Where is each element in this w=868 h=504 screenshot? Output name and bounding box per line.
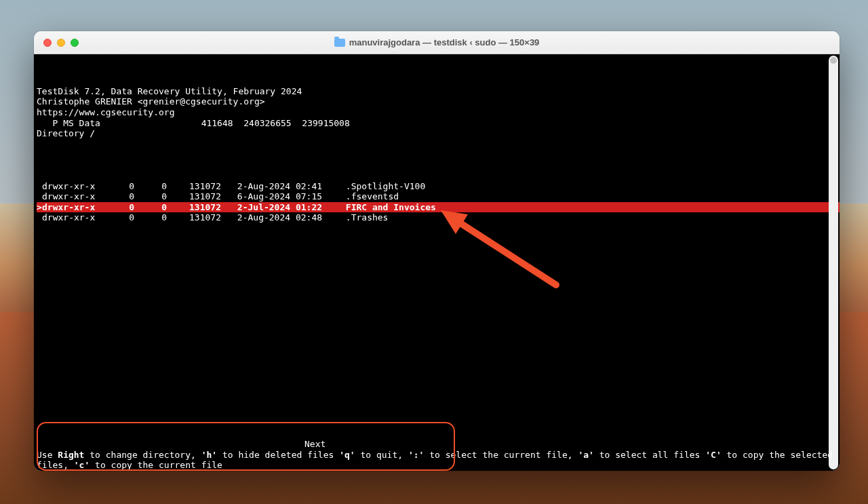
col-perms: drwxr-xr-x [42, 181, 102, 192]
col-gid: 0 [134, 212, 167, 223]
col-perms: drwxr-xr-x [42, 202, 102, 213]
col-name: FIRC and Invoices [340, 202, 436, 213]
file-list[interactable]: drwxr-xr-x00131072 2-Aug-2024 02:41 .Spo… [34, 171, 840, 223]
row-cursor [37, 181, 42, 192]
help-footer: Next Use Right to change directory, 'h' … [37, 439, 837, 471]
file-row[interactable]: drwxr-xr-x00131072 2-Aug-2024 02:48 .Tra… [37, 212, 840, 223]
col-size: 131072 [167, 212, 221, 223]
file-row[interactable]: drwxr-xr-x00131072 6-Aug-2024 07:15 .fse… [37, 191, 840, 202]
file-row[interactable]: >drwxr-xr-x00131072 2-Jul-2024 01:22 FIR… [37, 202, 840, 213]
col-gid: 0 [134, 181, 167, 192]
col-date: 2-Aug-2024 02:41 [221, 181, 340, 192]
terminal-content: TestDisk 7.2, Data Recovery Utility, Feb… [34, 54, 840, 244]
app-version-line: TestDisk 7.2, Data Recovery Utility, Feb… [37, 86, 302, 96]
hint-line-1: Use Right to change directory, 'h' to hi… [37, 450, 334, 460]
file-row[interactable]: drwxr-xr-x00131072 2-Aug-2024 02:41 .Spo… [37, 181, 840, 192]
col-perms: drwxr-xr-x [42, 212, 102, 223]
col-size: 131072 [167, 191, 221, 202]
url-line: https://www.cgsecurity.org [37, 107, 175, 117]
col-date: 2-Jul-2024 01:22 [221, 202, 340, 213]
col-uid: 0 [102, 191, 134, 202]
col-size: 131072 [167, 202, 221, 213]
col-name: .Spotlight-V100 [340, 181, 425, 192]
directory-line: Directory / [37, 128, 95, 138]
terminal-body[interactable]: TestDisk 7.2, Data Recovery Utility, Feb… [34, 54, 840, 471]
traffic-lights [34, 39, 79, 47]
row-cursor: > [37, 202, 42, 213]
window-title: manuvirajgodara — testdisk ‹ sudo — 150×… [34, 37, 840, 47]
col-gid: 0 [134, 202, 167, 213]
footer-next: Next [37, 439, 837, 450]
col-name: .Trashes [340, 212, 388, 223]
col-name: .fseventsd [340, 191, 399, 202]
folder-icon [334, 39, 345, 47]
row-cursor [37, 212, 42, 223]
terminal-window: manuvirajgodara — testdisk ‹ sudo — 150×… [34, 31, 840, 471]
close-button[interactable] [43, 39, 52, 47]
col-gid: 0 [134, 191, 167, 202]
col-uid: 0 [102, 202, 134, 213]
hint-line-2: 'q' to quit, ':' to select the current f… [339, 450, 700, 460]
window-title-text: manuvirajgodara — testdisk ‹ sudo — 150×… [349, 37, 540, 47]
zoom-button[interactable] [71, 39, 79, 47]
scrollbar-thumb[interactable] [830, 57, 837, 64]
col-size: 131072 [167, 181, 221, 192]
col-uid: 0 [102, 181, 134, 192]
titlebar[interactable]: manuvirajgodara — testdisk ‹ sudo — 150×… [34, 31, 840, 54]
minimize-button[interactable] [57, 39, 65, 47]
col-date: 6-Aug-2024 07:15 [221, 191, 340, 202]
col-uid: 0 [102, 212, 134, 223]
row-cursor [37, 191, 42, 202]
scrollbar[interactable] [829, 56, 838, 469]
col-date: 2-Aug-2024 02:48 [221, 212, 340, 223]
author-line: Christophe GRENIER <grenier@cgsecurity.o… [37, 96, 265, 106]
partition-line: P MS Data 411648 240326655 239915008 [37, 118, 350, 128]
col-perms: drwxr-xr-x [42, 191, 102, 202]
